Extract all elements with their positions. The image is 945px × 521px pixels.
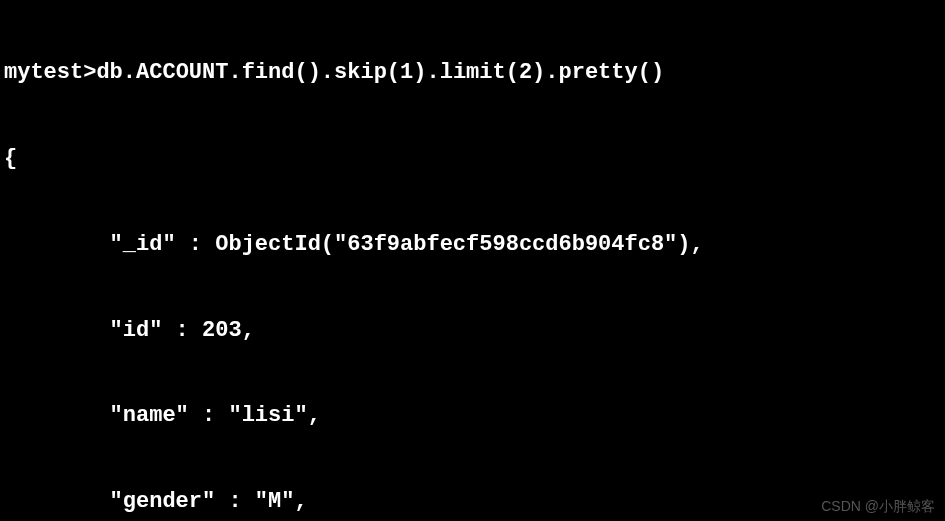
record-field: "_id" : ObjectId("63f9abfecf598ccd6b904f… xyxy=(4,231,941,260)
command-line: mytest>db.ACCOUNT.find().skip(1).limit(2… xyxy=(4,59,941,88)
watermark: CSDN @小胖鲸客 xyxy=(821,497,935,515)
prompt: mytest> xyxy=(4,59,96,88)
command-text: db.ACCOUNT.find().skip(1).limit(2).prett… xyxy=(96,59,664,88)
brace-open: { xyxy=(4,145,941,174)
terminal-output[interactable]: mytest>db.ACCOUNT.find().skip(1).limit(2… xyxy=(4,2,941,521)
record-field: "gender" : "M", xyxy=(4,488,941,517)
record-field: "id" : 203, xyxy=(4,317,941,346)
record-field: "name" : "lisi", xyxy=(4,402,941,431)
